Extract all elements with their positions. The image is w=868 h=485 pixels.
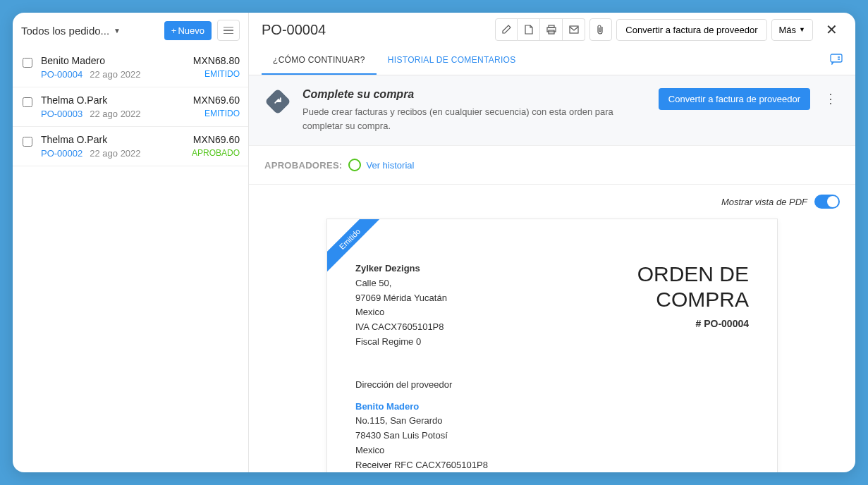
attach-button[interactable]	[589, 18, 612, 41]
convert-to-bill-button[interactable]: Convertir a factura de proveedor	[659, 88, 810, 110]
status-ribbon: Emitido	[327, 219, 384, 274]
vendor-line2: 78430 San Luis Potosí	[355, 429, 749, 443]
svg-rect-4	[831, 54, 842, 62]
tab-how-continue[interactable]: ¿CÓMO CONTINUAR?	[262, 47, 377, 75]
speech-bubble-icon	[830, 54, 843, 65]
new-button-label: Nuevo	[178, 25, 204, 36]
page-title: PO-00004	[262, 22, 491, 38]
new-button[interactable]: + Nuevo	[164, 21, 212, 40]
vendor-heading: Dirección del proveedor	[355, 378, 749, 393]
filter-label: Todos los pedido...	[21, 25, 109, 37]
vendor-address-block: Dirección del proveedor Benito Madero No…	[355, 378, 749, 472]
status-badge: APROBADO	[192, 148, 240, 159]
po-link[interactable]: PO-00002	[41, 148, 82, 159]
status-badge: EMITIDO	[204, 109, 240, 119]
doc-number: # PO-00004	[637, 318, 749, 329]
amount: MXN69.60	[193, 134, 240, 145]
banner-menu-button[interactable]: ⋮	[821, 88, 840, 109]
po-detail-panel: PO-00004 Convertir a factura de provee	[249, 13, 855, 472]
list-item[interactable]: Thelma O.Park MXN69.60 PO-0000322 ago 20…	[13, 87, 248, 127]
list-item[interactable]: Thelma O.Park MXN69.60 PO-0000222 ago 20…	[13, 127, 248, 166]
approver-avatar	[348, 159, 361, 171]
more-label: Más	[779, 25, 797, 35]
paperclip-icon	[597, 25, 605, 35]
vendor-rfc: Receiver RFC CACX7605101P8	[355, 458, 749, 472]
edit-button[interactable]	[495, 18, 518, 41]
comment-button[interactable]	[830, 54, 843, 65]
company-line2: 97069 Mérida Yucatán	[355, 291, 447, 306]
hamburger-icon	[224, 27, 233, 34]
mail-icon	[569, 25, 579, 34]
filter-dropdown[interactable]: Todos los pedido... ▼	[21, 25, 159, 37]
pdf-view-toggle[interactable]	[814, 195, 840, 209]
po-list-panel: Todos los pedido... ▼ + Nuevo Benito Mad…	[13, 13, 249, 472]
po-date: 22 ago 2022	[90, 148, 140, 159]
printer-icon	[546, 25, 556, 35]
banner-title: Complete su compra	[302, 88, 647, 101]
vendor-line1: No.115, San Gerardo	[355, 414, 749, 429]
pdf-view-label: Mostrar vista de PDF	[721, 197, 807, 207]
banner-description: Puede crear facturas y recibos (en cualq…	[302, 105, 647, 133]
more-button[interactable]: Más ▼	[771, 19, 813, 41]
company-tax: IVA CACX7605101P8	[355, 320, 447, 335]
vendor-name-pdf: Benito Madero	[355, 400, 749, 415]
complete-purchase-banner: Complete su compra Puede crear facturas …	[249, 75, 855, 146]
row-checkbox[interactable]	[23, 58, 32, 68]
hamburger-button[interactable]	[217, 20, 240, 41]
amount: MXN69.60	[193, 94, 240, 106]
chevron-down-icon: ▼	[799, 26, 805, 33]
row-checkbox[interactable]	[23, 97, 32, 107]
email-button[interactable]	[563, 18, 585, 41]
doc-title-line2: COMPRA	[637, 287, 749, 312]
convert-to-bill-button-header[interactable]: Convertir a factura de proveedor	[616, 19, 766, 41]
approvers-label: APROBADORES:	[264, 160, 343, 171]
view-history-link[interactable]: Ver historial	[367, 160, 415, 171]
status-badge: EMITIDO	[204, 69, 240, 80]
close-button[interactable]: ✕	[820, 18, 843, 41]
doc-title-line1: ORDEN DE	[637, 262, 749, 287]
company-line1: Calle 50,	[355, 276, 447, 291]
svg-rect-3	[570, 26, 578, 33]
company-regime: Fiscal Regime 0	[355, 335, 447, 350]
pencil-icon	[501, 25, 511, 35]
tabs: ¿CÓMO CONTINUAR? HISTORIAL DE COMENTARIO…	[249, 47, 855, 75]
approvers-row: APROBADORES: Ver historial	[249, 146, 855, 185]
tab-comments-history[interactable]: HISTORIAL DE COMENTARIOS	[377, 47, 527, 75]
kebab-icon: ⋮	[824, 92, 837, 106]
list-item[interactable]: Benito Madero MXN68.80 PO-0000422 ago 20…	[13, 48, 248, 87]
document-icon	[525, 25, 533, 35]
company-country: Mexico	[355, 305, 447, 320]
po-link[interactable]: PO-00004	[41, 69, 82, 80]
amount: MXN68.80	[193, 55, 240, 66]
document-heading: ORDEN DE COMPRA # PO-00004	[637, 262, 749, 350]
vendor-name: Thelma O.Park	[41, 134, 107, 145]
chevron-down-icon: ▼	[114, 27, 121, 35]
plus-icon: +	[171, 25, 177, 36]
close-icon: ✕	[826, 22, 838, 37]
pdf-preview: Emitido Zylker Dezigns Calle 50, 97069 M…	[326, 219, 778, 472]
direction-sign-icon	[264, 88, 291, 115]
row-checkbox[interactable]	[23, 137, 32, 147]
vendor-name: Thelma O.Park	[41, 94, 107, 106]
pdf-button[interactable]	[518, 18, 540, 41]
po-date: 22 ago 2022	[90, 69, 140, 80]
vendor-country: Mexico	[355, 443, 749, 458]
po-link[interactable]: PO-00003	[41, 109, 82, 119]
print-button[interactable]	[540, 18, 563, 41]
vendor-name: Benito Madero	[41, 55, 105, 66]
po-date: 22 ago 2022	[90, 109, 140, 119]
